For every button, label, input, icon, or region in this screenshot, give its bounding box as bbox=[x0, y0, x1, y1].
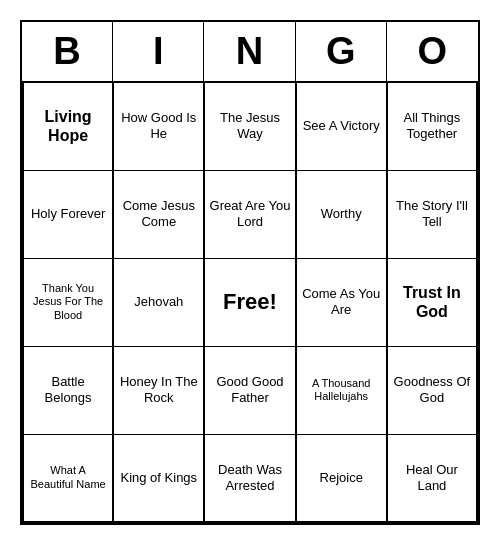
header-letter-n: N bbox=[204, 22, 295, 81]
bingo-cell-21: King of Kings bbox=[113, 435, 204, 523]
bingo-grid: Living HopeHow Good Is HeThe Jesus WaySe… bbox=[22, 83, 478, 523]
bingo-cell-0: Living Hope bbox=[22, 83, 113, 171]
bingo-cell-23: Rejoice bbox=[296, 435, 387, 523]
bingo-cell-19: Goodness Of God bbox=[387, 347, 478, 435]
bingo-cell-7: Great Are You Lord bbox=[204, 171, 295, 259]
bingo-cell-22: Death Was Arrested bbox=[204, 435, 295, 523]
bingo-cell-15: Battle Belongs bbox=[22, 347, 113, 435]
bingo-card: BINGO Living HopeHow Good Is HeThe Jesus… bbox=[20, 20, 480, 525]
bingo-cell-10: Thank You Jesus For The Blood bbox=[22, 259, 113, 347]
bingo-cell-12: Free! bbox=[204, 259, 295, 347]
bingo-cell-13: Come As You Are bbox=[296, 259, 387, 347]
bingo-cell-1: How Good Is He bbox=[113, 83, 204, 171]
bingo-cell-8: Worthy bbox=[296, 171, 387, 259]
bingo-cell-4: All Things Together bbox=[387, 83, 478, 171]
bingo-cell-24: Heal Our Land bbox=[387, 435, 478, 523]
bingo-header: BINGO bbox=[22, 22, 478, 83]
header-letter-i: I bbox=[113, 22, 204, 81]
bingo-cell-3: See A Victory bbox=[296, 83, 387, 171]
bingo-cell-18: A Thousand Hallelujahs bbox=[296, 347, 387, 435]
bingo-cell-14: Trust In God bbox=[387, 259, 478, 347]
header-letter-b: B bbox=[22, 22, 113, 81]
header-letter-g: G bbox=[296, 22, 387, 81]
bingo-cell-17: Good Good Father bbox=[204, 347, 295, 435]
bingo-cell-16: Honey In The Rock bbox=[113, 347, 204, 435]
bingo-cell-2: The Jesus Way bbox=[204, 83, 295, 171]
bingo-cell-9: The Story I'll Tell bbox=[387, 171, 478, 259]
bingo-cell-5: Holy Forever bbox=[22, 171, 113, 259]
bingo-cell-6: Come Jesus Come bbox=[113, 171, 204, 259]
bingo-cell-20: What A Beautiful Name bbox=[22, 435, 113, 523]
bingo-cell-11: Jehovah bbox=[113, 259, 204, 347]
header-letter-o: O bbox=[387, 22, 478, 81]
